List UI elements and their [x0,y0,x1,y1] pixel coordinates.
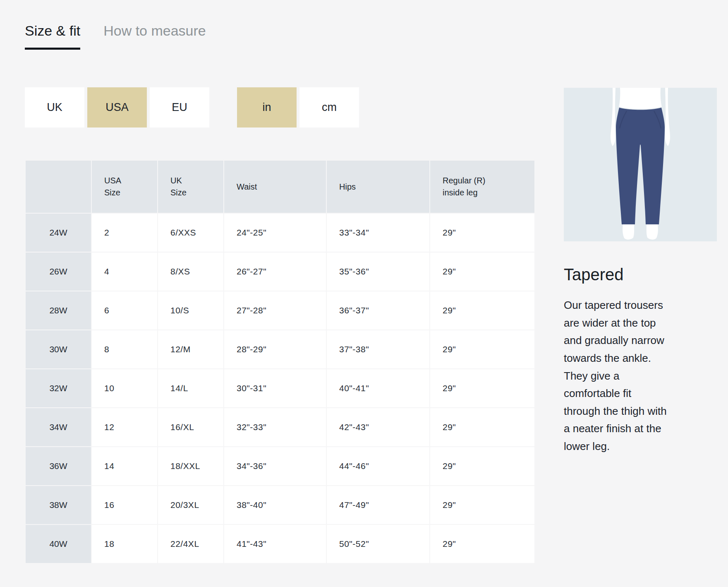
table-cell: 22/4XL [158,525,223,563]
table-cell: 29" [430,447,534,485]
header-waist: Waist [224,161,326,213]
table-cell: 12/M [158,330,223,368]
fit-style-heading: Tapered [564,265,717,284]
table-cell: 29" [430,291,534,330]
table-row: 36W1418/XXL34"-36"44"-46"29" [26,447,534,485]
header-uk-size: UK Size [158,161,223,213]
row-label: 36W [26,447,91,485]
row-label: 40W [26,525,91,563]
table-cell: 14 [92,447,157,485]
tab-size-and-fit[interactable]: Size & fit [25,23,80,50]
table-cell: 38"-40" [224,486,326,524]
table-row: 24W26/XXS24"-25"33"-34"29" [26,214,534,252]
table-cell: 6 [92,291,157,330]
table-row: 38W1620/3XL38"-40"47"-49"29" [26,486,534,524]
size-table: USA Size UK Size Waist Hips Regular (R) … [25,160,535,564]
size-table-header: USA Size UK Size Waist Hips Regular (R) … [26,161,534,213]
table-cell: 29" [430,408,534,446]
table-cell: 18/XXL [158,447,223,485]
table-cell: 12 [92,408,157,446]
table-cell: 29" [430,486,534,524]
table-cell: 44"-46" [327,447,429,485]
table-cell: 8/XS [158,253,223,291]
table-cell: 29" [430,369,534,407]
header-inside-leg: Regular (R) inside leg [430,161,534,213]
fit-style-description: Our tapered trousers are wider at the to… [564,296,717,455]
table-cell: 29" [430,253,534,291]
row-label: 34W [26,408,91,446]
table-cell: 26"-27" [224,253,326,291]
header-row: USA Size UK Size Waist Hips Regular (R) … [26,161,534,213]
table-cell: 28"-29" [224,330,326,368]
table-cell: 29" [430,525,534,563]
region-toggle-group: UKUSAEU [25,87,209,128]
table-cell: 33"-34" [327,214,429,252]
header-blank [26,161,91,213]
table-row: 32W1014/L30"-31"40"-41"29" [26,369,534,407]
table-cell: 35"-36" [327,253,429,291]
row-label: 24W [26,214,91,252]
table-cell: 30"-31" [224,369,326,407]
table-cell: 24"-25" [224,214,326,252]
table-cell: 20/3XL [158,486,223,524]
table-cell: 10 [92,369,157,407]
table-cell: 40"-41" [327,369,429,407]
tapered-trousers-figure-icon [564,88,717,241]
units-option-in[interactable]: in [237,87,297,128]
header-usa-size: USA Size [92,161,157,213]
table-cell: 29" [430,214,534,252]
table-cell: 6/XXS [158,214,223,252]
row-label: 32W [26,369,91,407]
table-cell: 16 [92,486,157,524]
table-row: 26W48/XS26"-27"35"-36"29" [26,253,534,291]
toggle-row: UKUSAEU incm [25,87,359,128]
table-cell: 8 [92,330,157,368]
table-row: 28W610/S27"-28"36"-37"29" [26,291,534,330]
row-label: 28W [26,291,91,330]
units-option-cm[interactable]: cm [299,87,359,128]
region-option-uk[interactable]: UK [25,87,84,128]
table-cell: 50"-52" [327,525,429,563]
fit-info-column: Tapered Our tapered trousers are wider a… [564,88,717,455]
table-cell: 16/XL [158,408,223,446]
units-toggle-group: incm [237,87,359,128]
table-cell: 32"-33" [224,408,326,446]
table-cell: 18 [92,525,157,563]
table-row: 30W812/M28"-29"37"-38"29" [26,330,534,368]
table-cell: 27"-28" [224,291,326,330]
table-cell: 41"-43" [224,525,326,563]
tab-how-to-measure[interactable]: How to measure [103,23,206,50]
table-cell: 36"-37" [327,291,429,330]
table-cell: 14/L [158,369,223,407]
row-label: 26W [26,253,91,291]
region-option-usa[interactable]: USA [87,87,147,128]
table-cell: 34"-36" [224,447,326,485]
table-cell: 29" [430,330,534,368]
table-cell: 2 [92,214,157,252]
table-cell: 37"-38" [327,330,429,368]
table-row: 40W1822/4XL41"-43"50"-52"29" [26,525,534,563]
size-guide-panel: Size & fit How to measure UKUSAEU incm U… [0,0,728,587]
table-cell: 47"-49" [327,486,429,524]
header-hips: Hips [327,161,429,213]
row-label: 30W [26,330,91,368]
fit-illustration-panel [564,88,717,241]
table-cell: 42"-43" [327,408,429,446]
table-row: 34W1216/XL32"-33"42"-43"29" [26,408,534,446]
size-table-body: 24W26/XXS24"-25"33"-34"29"26W48/XS26"-27… [26,214,534,563]
size-guide-tabs: Size & fit How to measure [25,23,206,50]
table-cell: 4 [92,253,157,291]
table-cell: 10/S [158,291,223,330]
row-label: 38W [26,486,91,524]
region-option-eu[interactable]: EU [150,87,209,128]
